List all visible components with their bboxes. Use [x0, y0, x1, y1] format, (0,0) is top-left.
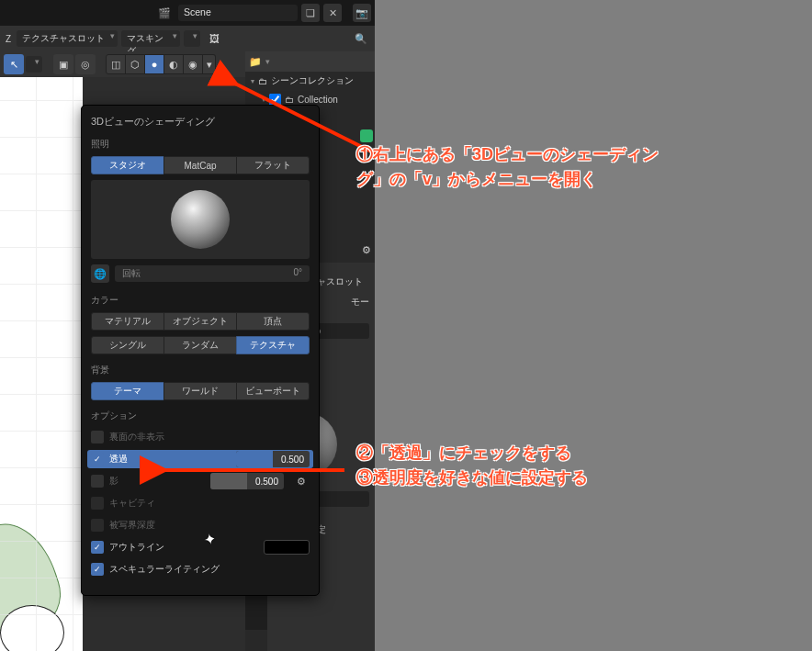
color-object-button[interactable]: オブジェクト: [164, 312, 237, 331]
cursor-icon[interactable]: ◎: [75, 54, 96, 74]
bg-viewport-button[interactable]: ビューポート: [236, 382, 310, 400]
color-texture-button[interactable]: テクスチャ: [236, 336, 310, 354]
specular-row: スペキュラーライティング: [91, 560, 310, 578]
lighting-matcap-button[interactable]: MatCap: [164, 156, 237, 174]
view-layer-icon[interactable]: 📷: [353, 4, 371, 22]
viewport-3d[interactable]: [0, 77, 83, 651]
dof-checkbox[interactable]: [91, 519, 104, 532]
bg-world-button[interactable]: ワールド: [164, 382, 237, 400]
top-header: 🎬 Scene ❏ ✕ 📷: [0, 0, 375, 26]
rotation-field[interactable]: 回転 0°: [115, 265, 310, 282]
world-space-toggle[interactable]: 🌐: [91, 264, 109, 283]
color-random-button[interactable]: ランダム: [164, 336, 237, 354]
material-shading-button[interactable]: ◐: [164, 54, 184, 74]
preview-sphere-icon: [171, 190, 230, 249]
mesh-leaf[interactable]: [0, 512, 70, 643]
lighting-segmented: スタジオ MatCap フラット: [91, 156, 310, 174]
texture-slot-dropdown[interactable]: テクスチャスロット: [17, 30, 118, 47]
wireframe-shading-button[interactable]: ⬡: [125, 54, 145, 74]
background-seg: テーマ ワールド ビューポート: [91, 382, 310, 400]
studio-light-preview[interactable]: [91, 180, 310, 259]
xray-row: 透過 0.500: [87, 450, 313, 468]
axis-label: Z: [4, 34, 13, 44]
filter-dropdown-icon[interactable]: ▾: [265, 57, 270, 66]
specular-checkbox[interactable]: [91, 563, 104, 576]
cavity-row: キャビティ: [91, 494, 310, 512]
toolbar: Z テクスチャスロット マスキング 🖼 🔍: [0, 26, 375, 51]
gear-icon[interactable]: ⚙: [362, 244, 371, 256]
bg-theme-button[interactable]: テーマ: [91, 382, 164, 400]
annotation-2: ②「透過」にチェックをする ③透明度を好きな値に設定する: [356, 441, 588, 490]
lighting-studio-button[interactable]: スタジオ: [91, 156, 164, 174]
shading-popover: 3Dビューのシェーディング 照明 スタジオ MatCap フラット 🌐 回転 0…: [81, 105, 320, 596]
popover-title: 3Dビューのシェーディング: [91, 115, 310, 129]
cavity-label: キャビティ: [109, 497, 155, 510]
dof-row: 被写界深度: [91, 516, 310, 534]
dof-label: 被写界深度: [109, 519, 155, 532]
color-material-button[interactable]: マテリアル: [91, 312, 164, 331]
toggle-icon[interactable]: [360, 129, 373, 142]
outline-label: アウトライン: [109, 541, 164, 554]
overlay-icon[interactable]: 🖼: [204, 30, 224, 47]
backface-label: 裏面の非表示: [109, 431, 164, 443]
shadow-row: 影 0.500 ⚙: [91, 472, 310, 490]
folder-icon: 🗀: [285, 95, 294, 105]
scene-icon: 🎬: [156, 5, 173, 21]
cavity-checkbox[interactable]: [91, 497, 104, 510]
outline-color-swatch[interactable]: [264, 540, 310, 555]
annotation-1: ①右上にある「3Dビューのシェーディン グ」の「v」からメニューを開く: [356, 142, 659, 192]
xray-checkbox[interactable]: [91, 453, 104, 466]
outline-checkbox[interactable]: [91, 541, 104, 554]
background-section-label: 背景: [91, 364, 310, 376]
color-seg1: マテリアル オブジェクト 頂点: [91, 312, 310, 331]
shadow-checkbox[interactable]: [91, 475, 104, 488]
rendered-shading-button[interactable]: ◉: [183, 54, 203, 74]
color-vertex-button[interactable]: 頂点: [236, 312, 310, 331]
shading-mode-group: ◫ ⬡ ● ◐ ◉ ▾: [107, 54, 216, 74]
specular-label: スペキュラーライティング: [109, 563, 220, 576]
new-scene-button[interactable]: ❏: [301, 4, 320, 22]
shading-dropdown-button[interactable]: ▾: [203, 54, 216, 74]
lighting-flat-button[interactable]: フラット: [236, 156, 310, 174]
xray-value-field[interactable]: 0.500: [236, 451, 310, 467]
shadow-value-field[interactable]: 0.500: [210, 473, 284, 489]
scene-name-field[interactable]: Scene: [178, 5, 298, 21]
shadow-label: 影: [109, 475, 118, 488]
collection-vis-checkbox[interactable]: [269, 94, 281, 106]
overlay-dropdown-button[interactable]: [184, 30, 200, 47]
search-icon[interactable]: 🔍: [351, 30, 371, 47]
collection-icon: 🗀: [258, 76, 267, 86]
gizmo-dropdown[interactable]: [26, 56, 42, 73]
color-single-button[interactable]: シングル: [91, 336, 164, 354]
outliner-header: 📁 ▾: [245, 51, 375, 72]
shadow-settings-icon[interactable]: ⚙: [293, 473, 310, 489]
unlink-scene-button[interactable]: ✕: [323, 4, 342, 22]
scene-collection-item[interactable]: ▾ 🗀 シーンコレクション: [245, 72, 375, 90]
masking-dropdown[interactable]: マスキング: [121, 30, 180, 47]
filter-icon[interactable]: 📁: [249, 56, 262, 68]
backface-checkbox[interactable]: [91, 431, 104, 443]
backface-row: 裏面の非表示: [91, 428, 310, 446]
select-box-icon[interactable]: ▣: [53, 54, 73, 74]
color-seg2: シングル ランダム テクスチャ: [91, 336, 310, 354]
lighting-section-label: 照明: [91, 138, 310, 151]
xray-label: 透過: [109, 453, 128, 466]
solid-shading-button[interactable]: ●: [144, 54, 164, 74]
gizmo-button[interactable]: ↖: [4, 54, 24, 74]
outline-row: アウトライン: [91, 538, 310, 556]
mesh-sphere[interactable]: [0, 605, 64, 651]
xray-toggle[interactable]: ◫: [106, 54, 126, 74]
options-section-label: オプション: [91, 410, 310, 422]
color-section-label: カラー: [91, 294, 310, 307]
